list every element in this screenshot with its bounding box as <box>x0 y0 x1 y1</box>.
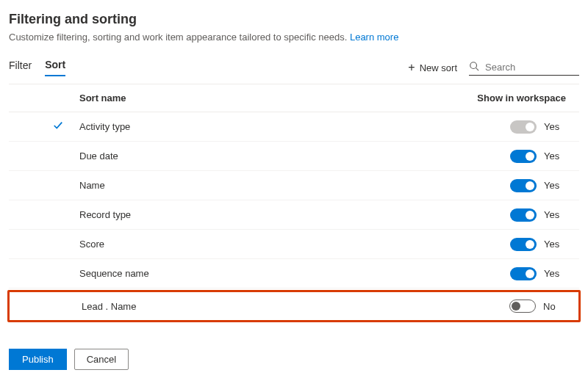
toggle-switch[interactable] <box>510 179 537 192</box>
row-toggle-cell: Yes <box>510 208 579 222</box>
row-toggle-cell: Yes <box>510 150 579 163</box>
col-header-show: Show in workspace <box>477 92 579 104</box>
page-title: Filtering and sorting <box>9 12 579 27</box>
toggle-label: Yes <box>544 209 562 220</box>
tabs: Filter Sort <box>9 59 65 76</box>
row-toggle-cell: No <box>509 300 578 313</box>
row-name: Lead . Name <box>82 301 509 312</box>
row-name: Score <box>79 239 510 250</box>
toggle-label: Yes <box>544 150 562 161</box>
toggle-switch[interactable] <box>510 150 537 163</box>
toolbar-right: + New sort <box>408 59 579 76</box>
toggle-switch[interactable] <box>510 208 537 222</box>
svg-point-0 <box>470 62 477 69</box>
toggle-switch[interactable] <box>509 300 536 313</box>
search-box[interactable] <box>469 59 579 76</box>
table-row[interactable]: NameYes <box>9 171 579 200</box>
table-row[interactable]: Record typeYes <box>9 200 579 230</box>
toggle-switch[interactable] <box>510 238 537 251</box>
toolbar: Filter Sort + New sort <box>9 59 579 76</box>
row-toggle-cell: Yes <box>510 267 579 280</box>
table-header-row: Sort name Show in workspace <box>9 84 579 112</box>
publish-button[interactable]: Publish <box>9 349 67 370</box>
col-header-sort-name: Sort name <box>79 92 126 104</box>
table-row[interactable]: Lead . NameNo <box>7 290 581 322</box>
toggle-switch[interactable] <box>510 267 537 280</box>
table-row[interactable]: Due dateYes <box>9 142 579 171</box>
row-name: Activity type <box>79 121 510 132</box>
toggle-switch <box>510 120 537 134</box>
row-toggle-cell: Yes <box>510 238 579 251</box>
toggle-label: Yes <box>544 268 562 279</box>
table-row[interactable]: Activity typeYes <box>9 112 579 142</box>
row-name: Name <box>79 180 510 191</box>
toggle-label: Yes <box>544 239 562 250</box>
footer-actions: Publish Cancel <box>9 349 579 370</box>
tab-filter[interactable]: Filter <box>9 59 32 76</box>
check-icon <box>53 120 63 133</box>
new-sort-label: New sort <box>420 62 457 73</box>
subtitle-text: Customize filtering, sorting and work it… <box>9 32 347 43</box>
learn-more-link[interactable]: Learn more <box>350 32 398 43</box>
cancel-button[interactable]: Cancel <box>74 349 129 370</box>
tab-sort[interactable]: Sort <box>45 59 65 76</box>
row-toggle-cell: Yes <box>510 179 579 192</box>
svg-line-1 <box>476 68 479 71</box>
table-body: Activity typeYesDue dateYesNameYesRecord… <box>9 112 579 322</box>
plus-icon: + <box>408 61 415 74</box>
new-sort-button[interactable]: + New sort <box>408 61 457 74</box>
row-toggle-cell: Yes <box>510 120 579 134</box>
toggle-label: Yes <box>544 121 562 132</box>
row-check-cell <box>53 120 79 133</box>
toggle-label: Yes <box>544 180 562 191</box>
search-input[interactable] <box>479 62 579 73</box>
row-name: Sequence name <box>79 268 510 279</box>
toggle-label: No <box>543 301 561 312</box>
row-name: Due date <box>79 150 510 161</box>
table-row[interactable]: Sequence nameYes <box>9 259 579 288</box>
row-name: Record type <box>79 209 510 220</box>
table-row[interactable]: ScoreYes <box>9 230 579 259</box>
page-subtitle: Customize filtering, sorting and work it… <box>9 32 579 43</box>
search-icon <box>469 61 479 73</box>
